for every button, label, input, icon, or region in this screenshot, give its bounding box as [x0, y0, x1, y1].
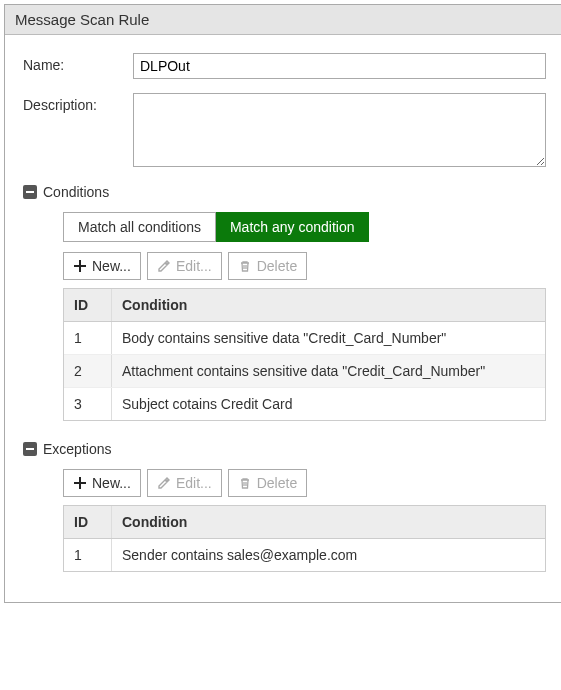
conditions-section: Conditions Match all conditions Match an… — [23, 184, 546, 421]
name-input[interactable] — [133, 53, 546, 79]
row-condition: Sender contains sales@example.com — [112, 539, 545, 571]
row-id: 2 — [64, 355, 112, 387]
new-exception-button[interactable]: New... — [63, 469, 141, 497]
col-condition-header: Condition — [112, 289, 545, 321]
table-row[interactable]: 1Body contains sensitive data "Credit_Ca… — [64, 322, 545, 355]
conditions-grid: ID Condition 1Body contains sensitive da… — [63, 288, 546, 421]
conditions-title: Conditions — [43, 184, 109, 200]
exceptions-grid: ID Condition 1Sender contains sales@exam… — [63, 505, 546, 572]
name-row: Name: — [23, 53, 546, 79]
description-input[interactable] — [133, 93, 546, 167]
trash-icon — [238, 259, 252, 273]
exceptions-title: Exceptions — [43, 441, 111, 457]
edit-exception-button[interactable]: Edit... — [147, 469, 222, 497]
plus-icon — [73, 259, 87, 273]
svg-rect-0 — [26, 191, 34, 193]
collapse-toggle-conditions[interactable] — [23, 185, 37, 199]
row-id: 1 — [64, 539, 112, 571]
match-all-button[interactable]: Match all conditions — [63, 212, 216, 242]
trash-icon — [238, 476, 252, 490]
exceptions-grid-header: ID Condition — [64, 506, 545, 539]
edit-condition-button[interactable]: Edit... — [147, 252, 222, 280]
table-row[interactable]: 2Attachment contains sensitive data "Cre… — [64, 355, 545, 388]
delete-label: Delete — [257, 475, 297, 491]
conditions-toolbar: New... Edit... Delete — [63, 252, 546, 280]
exceptions-toolbar: New... Edit... Delete — [63, 469, 546, 497]
name-label: Name: — [23, 53, 133, 73]
edit-icon — [157, 259, 171, 273]
conditions-grid-header: ID Condition — [64, 289, 545, 322]
delete-exception-button[interactable]: Delete — [228, 469, 307, 497]
row-condition: Body contains sensitive data "Credit_Car… — [112, 322, 545, 354]
table-row[interactable]: 1Sender contains sales@example.com — [64, 539, 545, 571]
edit-icon — [157, 476, 171, 490]
delete-label: Delete — [257, 258, 297, 274]
edit-label: Edit... — [176, 258, 212, 274]
row-id: 1 — [64, 322, 112, 354]
new-condition-button[interactable]: New... — [63, 252, 141, 280]
exceptions-section: Exceptions New... Edit... Delete — [23, 441, 546, 572]
description-label: Description: — [23, 93, 133, 113]
col-id-header: ID — [64, 506, 112, 538]
description-row: Description: — [23, 93, 546, 170]
row-condition: Subject cotains Credit Card — [112, 388, 545, 420]
row-condition: Attachment contains sensitive data "Cred… — [112, 355, 545, 387]
plus-icon — [73, 476, 87, 490]
edit-label: Edit... — [176, 475, 212, 491]
new-label: New... — [92, 258, 131, 274]
delete-condition-button[interactable]: Delete — [228, 252, 307, 280]
row-id: 3 — [64, 388, 112, 420]
col-id-header: ID — [64, 289, 112, 321]
table-row[interactable]: 3Subject cotains Credit Card — [64, 388, 545, 420]
message-scan-rule-panel: Message Scan Rule Name: Description: Con… — [4, 4, 561, 603]
match-mode-toggle: Match all conditions Match any condition — [63, 212, 546, 242]
panel-title: Message Scan Rule — [5, 5, 561, 35]
new-label: New... — [92, 475, 131, 491]
svg-rect-1 — [26, 448, 34, 450]
match-any-button[interactable]: Match any condition — [216, 212, 370, 242]
col-condition-header: Condition — [112, 506, 545, 538]
collapse-toggle-exceptions[interactable] — [23, 442, 37, 456]
